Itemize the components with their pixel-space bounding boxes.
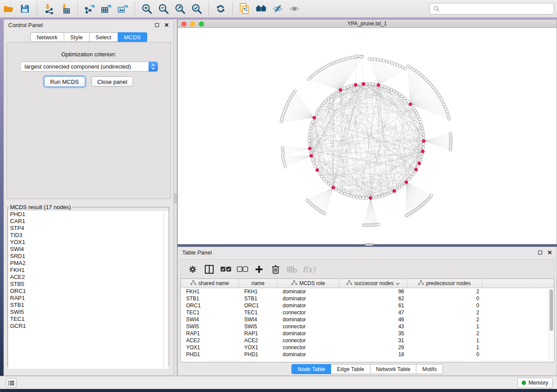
network-window-titlebar[interactable]: YPA_prune.txt_1	[178, 20, 557, 28]
tab-node-table[interactable]: Node Table	[291, 364, 331, 374]
tab-select[interactable]: Select	[90, 32, 118, 42]
mcds-hub-node[interactable]	[310, 154, 313, 157]
graph-node[interactable]	[405, 99, 408, 102]
close-panel-icon[interactable]: ✕	[164, 23, 169, 27]
mcds-hub-node[interactable]	[369, 196, 372, 199]
graph-leaf-node[interactable]	[360, 55, 363, 58]
mcds-hub-node[interactable]	[362, 83, 365, 86]
mcds-result-item[interactable]: PHD1	[8, 211, 163, 218]
graph-leaf-node[interactable]	[368, 58, 371, 61]
copy-style-icon[interactable]	[239, 3, 250, 14]
graph-node[interactable]	[414, 109, 417, 112]
graph-node[interactable]	[353, 195, 356, 198]
column-header-MCDS-role[interactable]: MCDS role	[277, 279, 339, 288]
graph-node[interactable]	[420, 124, 423, 127]
mcds-hub-node[interactable]	[308, 147, 311, 150]
graph-node[interactable]	[381, 85, 384, 88]
memory-button[interactable]: Memory	[517, 378, 553, 388]
graph-node[interactable]	[408, 178, 411, 181]
network-graph[interactable]	[178, 28, 557, 244]
graph-node[interactable]	[346, 86, 349, 89]
delete-column-icon[interactable]	[269, 263, 282, 276]
vertical-splitter[interactable]	[174, 19, 177, 376]
scrollbar-thumb[interactable]	[550, 289, 553, 331]
graph-leaf-node[interactable]	[388, 61, 391, 64]
graph-node[interactable]	[327, 97, 330, 100]
graph-node[interactable]	[417, 115, 420, 118]
import-network-icon[interactable]	[43, 3, 55, 14]
first-neighbors-icon[interactable]	[256, 3, 267, 14]
mcds-result-item[interactable]: TID3	[8, 232, 163, 239]
mcds-result-item[interactable]: SWI5	[8, 309, 163, 316]
graph-leaf-node[interactable]	[371, 58, 374, 61]
graph-node[interactable]	[340, 191, 343, 194]
graph-node[interactable]	[349, 195, 352, 198]
minimize-window-icon[interactable]	[190, 21, 195, 27]
graph-node[interactable]	[320, 175, 323, 178]
mcds-result-item[interactable]: STB5	[8, 281, 163, 288]
mcds-hub-node[interactable]	[393, 189, 396, 193]
graph-node[interactable]	[422, 133, 425, 136]
graph-leaf-node[interactable]	[377, 223, 380, 226]
zoom-in-icon[interactable]	[141, 3, 152, 14]
graph-node[interactable]	[368, 83, 371, 86]
graph-node[interactable]	[343, 193, 346, 196]
mcds-hub-node[interactable]	[377, 83, 380, 86]
open-file-icon[interactable]	[3, 3, 14, 14]
table-row[interactable]: STB1STB1dominator620	[181, 295, 554, 302]
graph-leaf-node[interactable]	[385, 60, 388, 63]
search-box[interactable]	[429, 3, 554, 14]
graph-node[interactable]	[371, 83, 374, 86]
mcds-result-item[interactable]: STB1	[8, 302, 163, 309]
table-row[interactable]: ACE2ACE2connector311	[181, 337, 554, 344]
graph-node[interactable]	[309, 130, 312, 133]
mcds-result-item[interactable]: TEC1	[8, 316, 163, 323]
graph-node[interactable]	[308, 133, 311, 136]
mcds-result-item[interactable]: CAR1	[8, 218, 163, 225]
mcds-result-item[interactable]: YOX1	[8, 239, 163, 246]
mcds-hub-node[interactable]	[405, 181, 408, 184]
graph-node[interactable]	[308, 136, 311, 139]
select-all-icon[interactable]	[219, 263, 232, 276]
graph-leaf-node[interactable]	[377, 58, 380, 62]
tab-mcds[interactable]: MCDS	[118, 32, 147, 42]
graph-node[interactable]	[384, 86, 387, 89]
graph-node[interactable]	[398, 93, 401, 96]
mcds-hub-node[interactable]	[332, 186, 335, 189]
graph-node[interactable]	[422, 146, 425, 149]
graph-leaf-node[interactable]	[382, 59, 385, 62]
graph-node[interactable]	[309, 127, 312, 130]
graph-node[interactable]	[359, 196, 362, 199]
graph-leaf-node[interactable]	[449, 132, 452, 135]
graph-leaf-node[interactable]	[430, 194, 433, 197]
graph-node[interactable]	[310, 124, 313, 127]
graph-leaf-node[interactable]	[281, 146, 284, 149]
graph-node[interactable]	[329, 95, 332, 98]
float-panel-icon[interactable]	[538, 251, 542, 254]
graph-node[interactable]	[356, 196, 359, 199]
zoom-selected-icon[interactable]	[191, 3, 202, 14]
mcds-result-list[interactable]: PHD1CAR1STP4TID3YOX1SWI4SRD1PMA2FKH1ACE2…	[8, 211, 164, 369]
column-header-shared-name[interactable]: shared name	[181, 279, 239, 288]
graph-leaf-node[interactable]	[280, 120, 283, 123]
close-window-icon[interactable]	[181, 21, 187, 27]
close-panel-icon[interactable]: ✕	[547, 251, 552, 254]
graph-node[interactable]	[384, 193, 387, 196]
graph-node[interactable]	[378, 195, 381, 198]
graph-node[interactable]	[419, 158, 422, 162]
mcds-hub-node[interactable]	[422, 139, 425, 142]
graph-node[interactable]	[359, 83, 362, 86]
graph-node[interactable]	[415, 112, 418, 115]
close-panel-button[interactable]: Close panel	[91, 76, 134, 87]
deselect-all-icon[interactable]	[236, 263, 249, 276]
float-panel-icon[interactable]	[155, 23, 159, 27]
graph-node[interactable]	[381, 195, 384, 198]
graph-node[interactable]	[322, 178, 325, 181]
mcds-hub-node[interactable]	[316, 168, 319, 172]
mcds-result-item[interactable]: ACE2	[8, 274, 163, 281]
mcds-result-item[interactable]: RAP1	[8, 295, 163, 302]
graph-node[interactable]	[327, 182, 330, 185]
graph-node[interactable]	[337, 189, 340, 193]
graph-leaf-node[interactable]	[281, 149, 284, 152]
mcds-hub-node[interactable]	[313, 116, 316, 119]
